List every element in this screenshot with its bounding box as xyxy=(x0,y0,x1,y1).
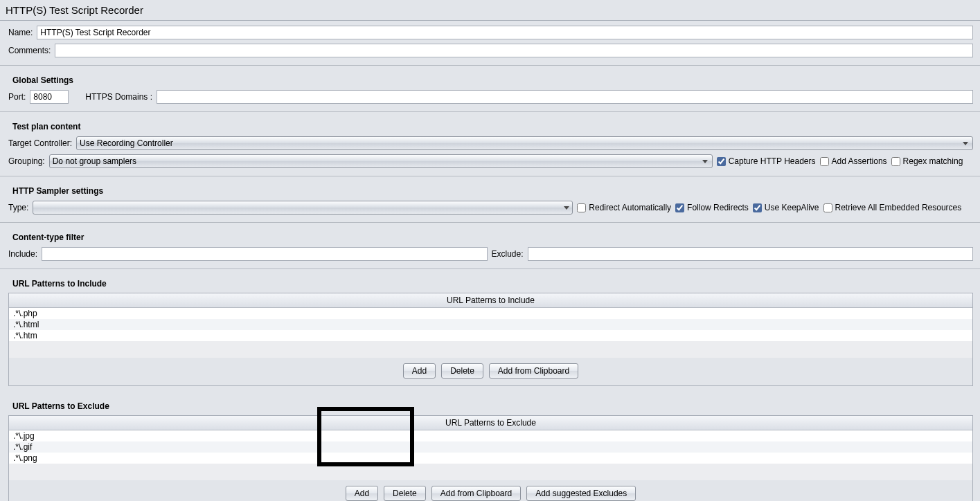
https-domains-input[interactable] xyxy=(157,90,973,104)
name-label: Name: xyxy=(8,28,33,37)
use-keepalive-label: Use KeepAlive xyxy=(765,203,819,212)
patterns-exclude-heading: URL Patterns to Exclude xyxy=(8,397,973,414)
patterns-include-box: URL Patterns to Include .*\.php .*\.html… xyxy=(8,293,973,386)
name-comments-section: Name: Comments: xyxy=(0,21,980,62)
capture-headers-checkbox[interactable] xyxy=(717,157,726,166)
https-domains-label: HTTPS Domains : xyxy=(85,92,152,102)
divider xyxy=(0,176,980,176)
exclude-label: Exclude: xyxy=(492,249,524,259)
follow-redirects-label: Follow Redirects xyxy=(687,203,749,212)
list-item[interactable]: .*\.html xyxy=(9,319,972,330)
grouping-select[interactable]: Do not group samplers xyxy=(49,154,713,168)
redirect-auto-label: Redirect Automatically xyxy=(589,203,671,212)
patterns-exclude-buttons: Add Delete Add from Clipboard Add sugges… xyxy=(9,480,972,501)
test-plan-section: Test plan content Target Controller: Use… xyxy=(0,115,980,173)
follow-redirects-checkbox[interactable] xyxy=(675,203,684,212)
patterns-include-grid[interactable]: .*\.php .*\.html .*\.htm xyxy=(9,308,972,358)
patterns-exclude-grid[interactable]: .*\.jpg .*\.gif .*\.png xyxy=(9,430,972,480)
retrieve-embedded-checkbox[interactable] xyxy=(823,203,832,212)
type-label: Type: xyxy=(8,203,28,212)
target-controller-label: Target Controller: xyxy=(8,138,72,148)
follow-redirects-check[interactable]: Follow Redirects xyxy=(675,203,749,212)
divider xyxy=(0,65,980,66)
list-item[interactable]: .*\.php xyxy=(9,308,972,319)
target-controller-select[interactable]: Use Recording Controller xyxy=(76,136,973,150)
redirect-auto-checkbox[interactable] xyxy=(577,203,586,212)
exclude-add-button[interactable]: Add xyxy=(346,486,378,501)
content-type-filter-section: Content-type filter Include: Exclude: xyxy=(0,226,980,266)
exclude-clipboard-button[interactable]: Add from Clipboard xyxy=(431,486,521,501)
port-input[interactable] xyxy=(30,90,69,104)
add-assertions-check[interactable]: Add Assertions xyxy=(820,156,887,166)
use-keepalive-checkbox[interactable] xyxy=(753,203,762,212)
patterns-exclude-box: URL Patterns to Exclude .*\.jpg .*\.gif … xyxy=(8,415,973,501)
divider xyxy=(0,111,980,112)
include-delete-button[interactable]: Delete xyxy=(441,363,483,379)
grouping-value: Do not group samplers xyxy=(53,156,136,166)
divider xyxy=(0,222,980,223)
list-item[interactable]: .*\.png xyxy=(9,453,972,464)
retrieve-embedded-check[interactable]: Retrieve All Embedded Resources xyxy=(823,203,962,212)
regex-matching-checkbox[interactable] xyxy=(891,157,900,166)
capture-headers-label: Capture HTTP Headers xyxy=(729,156,816,166)
page-title: HTTP(S) Test Script Recorder xyxy=(0,0,980,21)
redirect-auto-check[interactable]: Redirect Automatically xyxy=(577,203,671,212)
list-item[interactable]: .*\.gif xyxy=(9,441,972,453)
global-settings-section: Global Settings Port: HTTPS Domains : xyxy=(0,69,980,109)
name-input[interactable] xyxy=(37,26,973,39)
patterns-include-heading: URL Patterns to Include xyxy=(8,275,973,291)
http-sampler-heading: HTTP Sampler settings xyxy=(8,182,973,199)
patterns-include-grid-header: URL Patterns to Include xyxy=(9,293,972,308)
list-item[interactable]: .*\.jpg xyxy=(9,430,972,441)
content-type-filter-heading: Content-type filter xyxy=(8,228,973,245)
include-input[interactable] xyxy=(42,247,487,261)
include-clipboard-button[interactable]: Add from Clipboard xyxy=(489,363,578,379)
retrieve-embedded-label: Retrieve All Embedded Resources xyxy=(835,203,962,212)
grid-filler xyxy=(9,464,972,480)
regex-matching-label: Regex matching xyxy=(903,156,963,166)
patterns-include-buttons: Add Delete Add from Clipboard xyxy=(9,358,972,385)
include-add-button[interactable]: Add xyxy=(403,363,436,379)
type-select[interactable] xyxy=(33,201,573,215)
grouping-label: Grouping: xyxy=(8,156,45,166)
capture-headers-check[interactable]: Capture HTTP Headers xyxy=(717,156,816,166)
exclude-delete-button[interactable]: Delete xyxy=(384,486,426,501)
use-keepalive-check[interactable]: Use KeepAlive xyxy=(753,203,819,212)
divider xyxy=(0,268,980,269)
add-assertions-checkbox[interactable] xyxy=(820,157,829,166)
patterns-exclude-grid-header: URL Patterns to Exclude xyxy=(9,416,972,430)
list-item[interactable]: .*\.htm xyxy=(9,330,972,341)
exclude-suggested-button[interactable]: Add suggested Excludes xyxy=(526,486,636,501)
include-label: Include: xyxy=(8,249,37,259)
comments-label: Comments: xyxy=(8,46,51,55)
http-sampler-section: HTTP Sampler settings Type: Redirect Aut… xyxy=(0,179,980,219)
regex-matching-check[interactable]: Regex matching xyxy=(891,156,963,166)
global-settings-heading: Global Settings xyxy=(8,71,973,88)
comments-input[interactable] xyxy=(55,44,973,57)
add-assertions-label: Add Assertions xyxy=(832,156,887,166)
main-panel: HTTP(S) Test Script Recorder Name: Comme… xyxy=(0,0,980,501)
grid-filler xyxy=(9,341,972,358)
test-plan-heading: Test plan content xyxy=(8,118,973,134)
target-controller-value: Use Recording Controller xyxy=(80,138,173,148)
patterns-exclude-section: URL Patterns to Exclude URL Patterns to … xyxy=(0,394,980,501)
port-label: Port: xyxy=(8,92,26,102)
exclude-input[interactable] xyxy=(528,247,973,261)
patterns-include-section: URL Patterns to Include URL Patterns to … xyxy=(0,272,980,394)
